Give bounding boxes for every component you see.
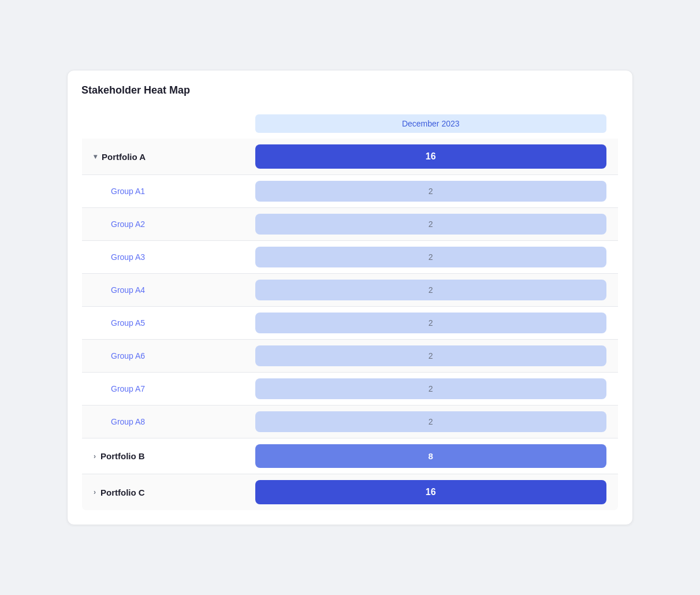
value-cell-group-a7: 2 (244, 373, 619, 406)
value-cell-group-a3: 2 (244, 241, 619, 274)
label-cell-group-a8: Group A8 (82, 406, 244, 438)
table-row-portfolio-a: ▾Portfolio A16 (82, 139, 619, 175)
group-label-group-a2[interactable]: Group A2 (94, 220, 232, 229)
table-body: ▾Portfolio A16Group A12Group A22Group A3… (82, 139, 619, 511)
portfolio-name-portfolio-c: Portfolio C (100, 488, 145, 497)
group-label-group-a5[interactable]: Group A5 (94, 318, 232, 328)
heatmap-card: Stakeholder Heat Map December 2023 ▾Port… (67, 70, 633, 525)
value-bar-group-a5[interactable]: 2 (255, 313, 607, 333)
value-cell-group-a6: 2 (244, 340, 619, 373)
month-badge: December 2023 (255, 114, 607, 133)
table-row-group-a6: Group A62 (82, 340, 619, 373)
value-cell-portfolio-a: 16 (244, 139, 619, 175)
value-bar-group-a3[interactable]: 2 (255, 247, 607, 267)
value-cell-group-a5: 2 (244, 307, 619, 340)
value-cell-group-a8: 2 (244, 406, 619, 438)
label-cell-portfolio-c: ›Portfolio C (82, 474, 244, 511)
label-cell-group-a3: Group A3 (82, 241, 244, 274)
value-bar-portfolio-c[interactable]: 16 (255, 480, 607, 504)
label-cell-portfolio-a: ▾Portfolio A (82, 139, 244, 175)
heat-table: December 2023 ▾Portfolio A16Group A12Gro… (81, 108, 619, 511)
label-cell-group-a6: Group A6 (82, 340, 244, 373)
portfolio-label-portfolio-a[interactable]: ▾Portfolio A (94, 152, 232, 162)
table-row-portfolio-c: ›Portfolio C16 (82, 474, 619, 511)
chevron-icon-portfolio-c[interactable]: › (94, 488, 96, 496)
label-cell-group-a5: Group A5 (82, 307, 244, 340)
value-bar-portfolio-b[interactable]: 8 (255, 444, 607, 468)
value-bar-group-a2[interactable]: 2 (255, 214, 607, 235)
table-row-group-a1: Group A12 (82, 175, 619, 208)
label-cell-portfolio-b: ›Portfolio B (82, 438, 244, 474)
group-label-group-a1[interactable]: Group A1 (94, 187, 232, 196)
value-bar-group-a4[interactable]: 2 (255, 280, 607, 300)
value-cell-group-a2: 2 (244, 208, 619, 241)
value-bar-group-a7[interactable]: 2 (255, 378, 607, 399)
table-row-group-a2: Group A22 (82, 208, 619, 241)
value-bar-group-a6[interactable]: 2 (255, 345, 607, 366)
label-cell-group-a1: Group A1 (82, 175, 244, 208)
portfolio-name-portfolio-a: Portfolio A (102, 152, 146, 162)
table-row-group-a4: Group A42 (82, 274, 619, 307)
value-cell-portfolio-b: 8 (244, 438, 619, 474)
value-cell-group-a1: 2 (244, 175, 619, 208)
table-row-portfolio-b: ›Portfolio B8 (82, 438, 619, 474)
header-row: December 2023 (82, 109, 619, 139)
group-label-group-a8[interactable]: Group A8 (94, 417, 232, 426)
portfolio-label-portfolio-b[interactable]: ›Portfolio B (94, 451, 232, 461)
group-label-group-a7[interactable]: Group A7 (94, 384, 232, 393)
value-bar-portfolio-a[interactable]: 16 (255, 144, 607, 169)
label-cell-group-a2: Group A2 (82, 208, 244, 241)
chevron-icon-portfolio-b[interactable]: › (94, 452, 96, 460)
header-value-cell: December 2023 (244, 109, 619, 139)
value-bar-group-a1[interactable]: 2 (255, 181, 607, 202)
value-cell-portfolio-c: 16 (244, 474, 619, 511)
header-label-cell (82, 109, 244, 139)
group-label-group-a6[interactable]: Group A6 (94, 351, 232, 360)
chevron-icon-portfolio-a[interactable]: ▾ (94, 153, 97, 161)
label-cell-group-a7: Group A7 (82, 373, 244, 406)
portfolio-label-portfolio-c[interactable]: ›Portfolio C (94, 488, 232, 497)
value-bar-group-a8[interactable]: 2 (255, 411, 607, 432)
portfolio-name-portfolio-b: Portfolio B (100, 451, 145, 461)
table-row-group-a5: Group A52 (82, 307, 619, 340)
card-title: Stakeholder Heat Map (81, 84, 619, 96)
table-row-group-a3: Group A32 (82, 241, 619, 274)
table-row-group-a8: Group A82 (82, 406, 619, 438)
label-cell-group-a4: Group A4 (82, 274, 244, 307)
group-label-group-a3[interactable]: Group A3 (94, 252, 232, 262)
table-row-group-a7: Group A72 (82, 373, 619, 406)
value-cell-group-a4: 2 (244, 274, 619, 307)
group-label-group-a4[interactable]: Group A4 (94, 285, 232, 295)
